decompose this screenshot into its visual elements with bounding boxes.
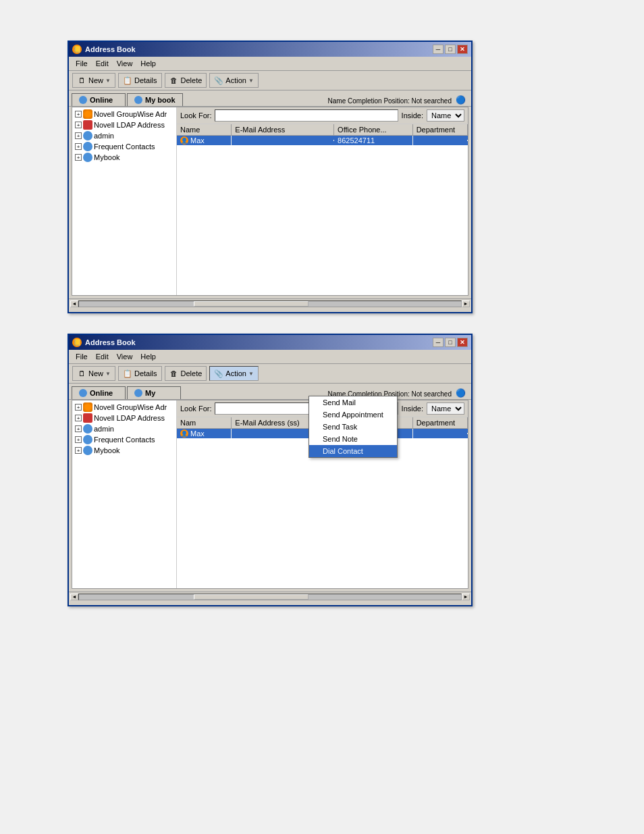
tab-mybook-2[interactable]: My [127, 386, 181, 399]
maximize-button-1[interactable]: □ [445, 45, 456, 54]
details-button-1[interactable]: 📋 Details [118, 73, 162, 88]
tab-online-label-1: Online [90, 96, 113, 104]
inside-select-2[interactable]: Name [427, 402, 464, 415]
scrollbar-track-1[interactable] [78, 301, 462, 307]
action-arrow-1[interactable]: ▼ [248, 78, 254, 84]
action-button-2[interactable]: 📎 Action ▼ [209, 366, 259, 381]
row-contact-icon-1: 👤 [180, 136, 188, 145]
tree-expand-5[interactable]: + [75, 154, 82, 161]
mybook-icon-1 [134, 96, 142, 104]
tree-expand-2-1[interactable]: + [75, 404, 82, 411]
table-row-0-1[interactable]: 👤 Max 862524711 [177, 136, 468, 145]
tree-item-admin-2[interactable]: + admin [74, 423, 175, 434]
details-label-1: Details [134, 76, 157, 84]
col-phone-1: Office Phone... [334, 124, 413, 135]
tree-panel-2: + Novell GroupWise Adr + Novell LDAP Add… [72, 400, 177, 588]
scroll-right-1[interactable]: ► [462, 301, 470, 307]
tree-item-mybook[interactable]: + Mybook [74, 152, 175, 163]
ldap-icon [83, 120, 92, 130]
scroll-left-1[interactable]: ◄ [70, 301, 78, 307]
scrollbar-track-2[interactable] [78, 594, 462, 600]
scrollbar-thumb-2 [194, 594, 308, 600]
maximize-button-2[interactable]: □ [445, 338, 456, 347]
menu-edit-2[interactable]: Edit [92, 351, 113, 362]
title-buttons-1: ─ □ ✕ [433, 45, 468, 54]
close-button-1[interactable]: ✕ [457, 45, 468, 54]
menu-edit-1[interactable]: Edit [92, 58, 113, 69]
menu-send-task[interactable]: Send Task [309, 421, 397, 433]
action-arrow-2[interactable]: ▼ [248, 371, 254, 377]
mybook-tree-icon [83, 153, 92, 162]
search-input-1[interactable] [215, 109, 398, 122]
tree-expand-2-2[interactable]: + [75, 415, 82, 421]
tree-item-mybook-2[interactable]: + Mybook [74, 445, 175, 456]
inside-select-1[interactable]: Name [427, 109, 464, 122]
minimize-button-2[interactable]: ─ [433, 338, 444, 347]
app-icon-2: 📒 [72, 338, 82, 347]
close-button-2[interactable]: ✕ [457, 338, 468, 347]
menu-view-2[interactable]: View [113, 351, 137, 362]
tree-label-novell-ldap: Novell LDAP Address [94, 121, 165, 129]
tree-item-frequent[interactable]: + Frequent Contacts [74, 141, 175, 152]
new-button-2[interactable]: 🗒 New ▼ [72, 366, 115, 381]
tab-mybook-label-1: My book [145, 96, 176, 104]
tree-item-novell-gw[interactable]: + Novell GroupWise Adr [74, 109, 175, 120]
menu-send-appointment[interactable]: Send Appointment [309, 409, 397, 421]
search-row-1: Look For: Inside: Name [177, 107, 468, 124]
tree-label-frequent: Frequent Contacts [94, 142, 155, 151]
tree-expand-2-3[interactable]: + [75, 425, 82, 432]
minimize-button-1[interactable]: ─ [433, 45, 444, 54]
tab-online-1[interactable]: Online [72, 93, 126, 106]
title-bar-2: 📒 Address Book ─ □ ✕ [69, 335, 471, 350]
tree-expand-4[interactable]: + [75, 143, 82, 150]
new-button-1[interactable]: 🗒 New ▼ [72, 73, 115, 88]
menu-bar-1: File Edit View Help [69, 57, 471, 71]
frequent-icon [83, 142, 92, 151]
details-button-2[interactable]: 📋 Details [118, 366, 162, 381]
action-icon-1: 📎 [214, 76, 223, 85]
tree-item-admin[interactable]: + admin [74, 130, 175, 141]
col-dept-2: Department [413, 417, 468, 428]
online-icon-2 [79, 389, 87, 397]
tab-online-label-2: Online [90, 389, 113, 397]
address-book-window-2: 📒 Address Book ─ □ ✕ File Edit View Help [68, 334, 473, 606]
admin-icon-2 [83, 424, 92, 434]
ldap-icon-2 [83, 413, 92, 423]
title-buttons-2: ─ □ ✕ [433, 338, 468, 347]
menu-send-mail[interactable]: Send Mail [309, 396, 397, 409]
tree-item-frequent-2[interactable]: + Frequent Contacts [74, 434, 175, 445]
menu-view-1[interactable]: View [113, 58, 137, 69]
look-for-label-2: Look For: [180, 405, 211, 413]
tree-expand-3[interactable]: + [75, 132, 82, 139]
tree-expand-2-4[interactable]: + [75, 436, 82, 443]
col-email-1: E-Mail Address [232, 124, 334, 135]
tree-item-novell-gw-2[interactable]: + Novell GroupWise Adr [74, 402, 175, 413]
tree-expand-1[interactable]: + [75, 111, 82, 118]
tree-item-novell-ldap-2[interactable]: + Novell LDAP Address [74, 413, 175, 423]
menu-help-1[interactable]: Help [136, 58, 160, 69]
col-name-1: Name [177, 124, 232, 135]
menu-file-2[interactable]: File [72, 351, 92, 362]
menu-dial-contact[interactable]: Dial Contact [309, 445, 397, 457]
tab-mybook-1[interactable]: My book [127, 93, 183, 106]
tab-mybook-label-2: My [145, 389, 155, 397]
scroll-left-2[interactable]: ◄ [70, 594, 78, 600]
toolbar-2: 🗒 New ▼ 📋 Details 🗑 Delete 📎 Action ▼ [69, 364, 471, 384]
new-arrow-1[interactable]: ▼ [105, 78, 111, 84]
menu-file-1[interactable]: File [72, 58, 92, 69]
menu-send-note[interactable]: Send Note [309, 433, 397, 445]
scroll-right-2[interactable]: ► [462, 594, 470, 600]
menu-bar-2: File Edit View Help [69, 350, 471, 364]
menu-help-2[interactable]: Help [136, 351, 160, 362]
new-icon-2: 🗒 [77, 369, 86, 378]
tree-item-novell-ldap[interactable]: + Novell LDAP Address [74, 120, 175, 130]
new-arrow-2[interactable]: ▼ [105, 371, 111, 377]
col-name-2: Nam [177, 417, 232, 428]
delete-button-1[interactable]: 🗑 Delete [165, 73, 207, 88]
action-button-1[interactable]: 📎 Action ▼ [209, 73, 259, 88]
tree-expand-2-5[interactable]: + [75, 447, 82, 454]
tree-expand-2[interactable]: + [75, 122, 82, 128]
tab-online-2[interactable]: Online [72, 386, 126, 399]
scrollbar-thumb-1 [194, 301, 308, 307]
delete-button-2[interactable]: 🗑 Delete [165, 366, 207, 381]
